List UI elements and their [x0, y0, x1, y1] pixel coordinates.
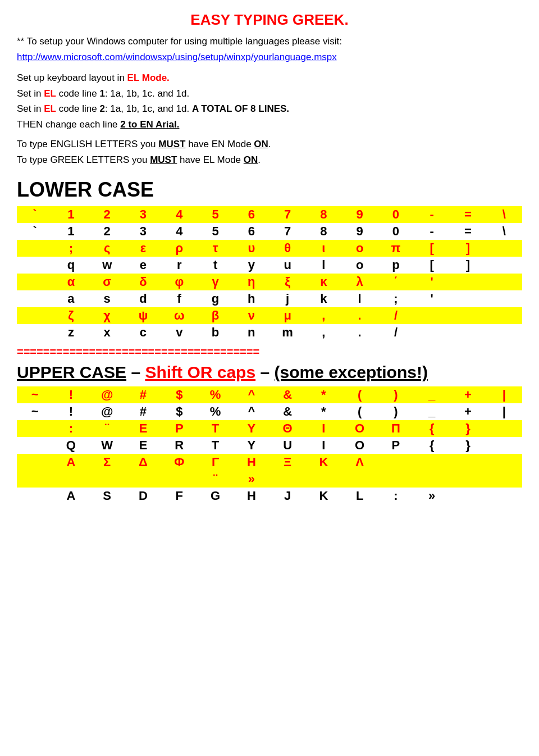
key-cell: π [378, 240, 414, 257]
key-cell: ς [89, 240, 125, 257]
key-cell [414, 454, 450, 471]
key-cell: ) [378, 386, 414, 403]
key-cell: * [305, 403, 341, 420]
key-cell: j [270, 290, 305, 307]
key-cell: 8 [305, 206, 341, 223]
key-cell [17, 454, 53, 471]
key-cell: » [414, 488, 450, 504]
key-cell: ο [342, 240, 378, 257]
key-cell: Γ [197, 454, 233, 471]
key-cell [486, 437, 522, 454]
key-cell: l [305, 257, 341, 274]
key-cell: , [305, 307, 341, 324]
key-cell: - [414, 206, 450, 223]
key-cell: Y [234, 437, 270, 454]
key-cell: a [53, 290, 89, 307]
key-cell: σ [89, 274, 125, 290]
key-cell: ψ [125, 307, 161, 324]
key-cell [161, 471, 197, 488]
key-cell [486, 324, 522, 341]
key-cell: α [53, 274, 89, 290]
key-cell: η [234, 274, 270, 290]
key-cell: ; [378, 290, 414, 307]
key-cell [450, 488, 486, 504]
key-cell: _ [414, 386, 450, 403]
key-cell: } [450, 437, 486, 454]
key-cell: l [342, 290, 378, 307]
lower-case-table: `1234567890-=\`1234567890-=\;ςερτυθιοπ[]… [17, 206, 522, 341]
key-cell [342, 471, 378, 488]
key-cell: $ [161, 403, 197, 420]
key-cell: λ [342, 274, 378, 290]
key-cell: { [414, 437, 450, 454]
key-cell [17, 488, 53, 504]
key-cell: ^ [234, 386, 270, 403]
key-cell: 1 [53, 223, 89, 240]
key-cell: ' [414, 274, 450, 290]
key-cell: y [234, 257, 270, 274]
key-cell: : [378, 488, 414, 504]
key-cell: Α [53, 454, 89, 471]
key-cell: = [450, 206, 486, 223]
key-cell [414, 307, 450, 324]
key-cell: E [125, 437, 161, 454]
key-cell: Ρ [161, 420, 197, 437]
key-cell: h [234, 290, 270, 307]
key-cell: Ι [305, 420, 341, 437]
key-cell [89, 471, 125, 488]
key-cell [17, 437, 53, 454]
key-cell: β [197, 307, 233, 324]
key-cell: ρ [161, 240, 197, 257]
key-cell: 6 [234, 206, 270, 223]
key-cell [270, 471, 305, 488]
key-cell [125, 471, 161, 488]
key-cell: 9 [342, 223, 378, 240]
key-cell: ] [450, 257, 486, 274]
key-cell: n [234, 324, 270, 341]
key-cell [450, 307, 486, 324]
key-cell [486, 274, 522, 290]
key-cell: δ [125, 274, 161, 290]
key-cell: Τ [197, 420, 233, 437]
key-cell: f [161, 290, 197, 307]
key-cell: O [342, 437, 378, 454]
key-cell: ΄ [378, 274, 414, 290]
key-cell: Υ [234, 420, 270, 437]
key-cell: e [125, 257, 161, 274]
key-cell: \ [486, 223, 522, 240]
key-cell: g [197, 290, 233, 307]
key-cell [486, 290, 522, 307]
key-cell: p [378, 257, 414, 274]
key-cell: + [450, 403, 486, 420]
key-cell: / [378, 324, 414, 341]
key-cell: * [305, 386, 341, 403]
key-cell: 2 [89, 206, 125, 223]
key-cell: A [53, 488, 89, 504]
key-cell: ~ [17, 403, 53, 420]
key-cell: $ [161, 386, 197, 403]
key-cell: @ [89, 403, 125, 420]
key-cell: @ [89, 386, 125, 403]
key-cell [450, 290, 486, 307]
intro-link[interactable]: http://www.microsoft.com/windowsxp/using… [17, 50, 522, 65]
key-cell [305, 471, 341, 488]
key-cell: \ [486, 206, 522, 223]
key-cell [17, 324, 53, 341]
key-cell: χ [89, 307, 125, 324]
key-cell: - [414, 223, 450, 240]
key-cell: / [378, 307, 414, 324]
key-cell: } [450, 420, 486, 437]
key-cell: υ [234, 240, 270, 257]
key-cell: , [305, 324, 341, 341]
key-cell: T [197, 437, 233, 454]
key-cell: W [89, 437, 125, 454]
lower-case-section: LOWER CASE `1234567890-=\`1234567890-=\;… [17, 178, 522, 341]
key-cell [17, 307, 53, 324]
key-cell: 1 [53, 206, 89, 223]
key-cell [486, 307, 522, 324]
key-cell: k [305, 290, 341, 307]
key-cell: 0 [378, 223, 414, 240]
key-cell [53, 471, 89, 488]
key-cell: [ [414, 240, 450, 257]
key-cell [17, 274, 53, 290]
